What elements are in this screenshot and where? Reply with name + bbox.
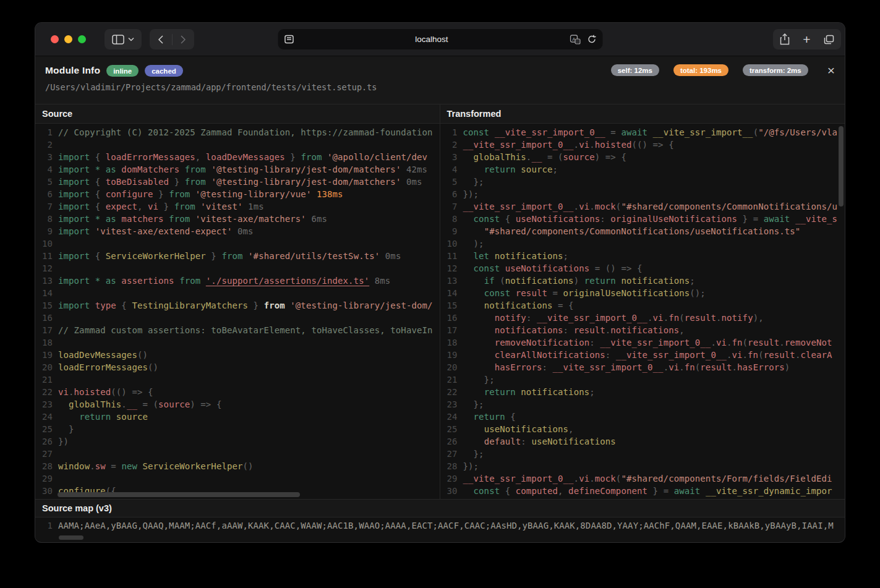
code-token: notifications xyxy=(489,251,563,261)
line-number: 23 xyxy=(35,398,53,411)
address-bar[interactable]: localhost A xyxy=(278,29,602,49)
line-number: 13 xyxy=(440,275,458,287)
code-line: 16 notify: __vite_ssr_import_0__.vi.fn(r… xyxy=(440,312,845,324)
code-token: = () => { xyxy=(589,263,642,273)
code-line: 28window.sw = new ServiceWorkerHelper() xyxy=(35,460,440,472)
code-token: result xyxy=(685,313,716,323)
code-line: 12 xyxy=(35,262,440,275)
back-button[interactable] xyxy=(150,29,172,49)
code-line: 4import * as domMatchers from '@testing-… xyxy=(35,163,440,176)
code-token xyxy=(463,226,484,236)
code-token: . xyxy=(743,350,748,360)
code-token: ServiceWorkerHelper xyxy=(106,251,206,261)
reload-icon[interactable] xyxy=(587,35,596,44)
vertical-scrollbar[interactable] xyxy=(839,126,844,207)
line-number: 28 xyxy=(440,460,458,472)
code-token: domMatchers xyxy=(121,164,179,174)
code-token: source xyxy=(516,164,553,174)
code-token: , xyxy=(558,486,568,496)
code-token: ( xyxy=(495,276,505,286)
code-token: . xyxy=(69,387,74,397)
translate-icon[interactable]: A xyxy=(570,35,581,45)
forward-button[interactable] xyxy=(172,29,194,49)
code-token: __vite_ssr_import_0__ xyxy=(616,350,727,360)
code-token: } xyxy=(285,152,301,162)
code-token: sw xyxy=(95,461,106,471)
code-token: return xyxy=(474,412,505,422)
new-tab-button[interactable]: + xyxy=(803,33,810,46)
code-token: from xyxy=(264,300,285,310)
code-token: result xyxy=(764,350,795,360)
code-line: 15 notifications = { xyxy=(440,299,845,312)
source-panel-title: Source xyxy=(35,104,440,124)
code-token: mock xyxy=(595,474,616,484)
code-token: 1ms xyxy=(243,202,264,211)
code-token xyxy=(58,399,69,409)
browser-window: localhost A + xyxy=(35,23,845,542)
code-token: vi xyxy=(148,202,158,211)
code-line: 17// Zammad custom assertions: toBeAvata… xyxy=(35,324,440,336)
code-token: result xyxy=(700,362,732,372)
code-token: const xyxy=(474,263,500,273)
code-line: 19loadDevMessages() xyxy=(35,349,440,361)
code-token: import xyxy=(58,189,90,199)
code-line: 30 const { computed, defineComponent } =… xyxy=(440,485,845,497)
source-panel: Source 1// Copyright (C) 2012-2025 Zamma… xyxy=(35,104,440,499)
code-line: 3 globalThis.__ = (source) => { xyxy=(440,151,845,163)
close-window-button[interactable] xyxy=(51,35,59,43)
code-line: 8 const { useNotifications: originalUseN… xyxy=(440,213,845,225)
code-token: computed xyxy=(516,486,558,496)
code-line: 26}) xyxy=(35,435,440,448)
horizontal-scrollbar[interactable] xyxy=(59,535,83,540)
code-line: 10 ); xyxy=(440,237,845,250)
code-token: '@testing-library/vue' xyxy=(190,189,311,199)
code-line: 6import { configure } from '@testing-lib… xyxy=(35,188,440,200)
code-token: result xyxy=(748,338,779,347)
code-token: . xyxy=(574,140,579,150)
sidebar-toggle-button[interactable] xyxy=(105,29,142,49)
status-badge: inline xyxy=(106,65,139,77)
code-token: mock xyxy=(595,202,616,211)
tab-overview-button[interactable] xyxy=(824,35,834,45)
code-token: 0ms xyxy=(232,226,253,236)
zoom-window-button[interactable] xyxy=(78,35,86,43)
code-token: . xyxy=(589,140,595,150)
code-token xyxy=(463,362,495,372)
code-line: 5 }; xyxy=(440,176,845,188)
page-format-icon[interactable] xyxy=(284,35,294,44)
code-token: import xyxy=(58,251,90,261)
code-token: 42ms xyxy=(401,164,427,174)
code-line: 24 return { xyxy=(440,411,845,423)
close-panel-button[interactable]: × xyxy=(827,64,835,77)
code-token: vi xyxy=(579,474,589,484)
line-number: 21 xyxy=(35,373,53,386)
code-token: 138ms xyxy=(311,189,343,199)
module-link[interactable]: './support/assertions/index.ts' xyxy=(206,276,369,286)
code-token: = xyxy=(547,288,563,298)
code-token: fn xyxy=(669,313,679,323)
code-token: { xyxy=(90,152,106,162)
line-number: 8 xyxy=(35,213,53,225)
line-number: 20 xyxy=(440,361,458,373)
code-token xyxy=(463,214,474,224)
code-token xyxy=(463,313,495,323)
minimize-window-button[interactable] xyxy=(64,35,72,43)
code-token: 8ms xyxy=(369,276,390,286)
horizontal-scrollbar[interactable] xyxy=(58,492,300,497)
share-button[interactable] xyxy=(780,33,790,45)
code-token xyxy=(463,387,484,397)
status-badge: cached xyxy=(145,65,183,77)
code-token: return xyxy=(79,412,111,422)
code-token: , xyxy=(679,325,685,335)
code-token: loadDevMessages xyxy=(58,350,137,360)
code-token: , xyxy=(195,152,206,162)
code-token: expect xyxy=(106,202,137,211)
code-token: new xyxy=(121,461,137,471)
code-token: } xyxy=(158,202,174,211)
page-title: Module Info xyxy=(45,65,100,76)
code-token: 6ms xyxy=(306,214,327,224)
code-token xyxy=(463,164,484,174)
code-token: = ( xyxy=(542,152,563,162)
code-line: 13import * as assertions from './support… xyxy=(35,275,440,287)
line-number: 27 xyxy=(35,448,53,460)
